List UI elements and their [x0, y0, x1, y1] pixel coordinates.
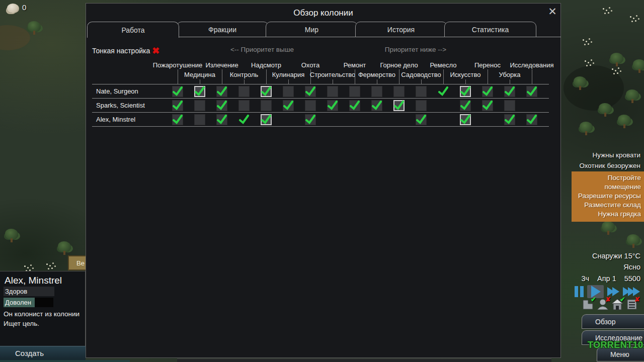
partially-hidden-button[interactable]: Ве — [68, 255, 87, 270]
work-checkbox-empty[interactable] — [327, 86, 338, 97]
work-checkbox-checked[interactable] — [438, 86, 449, 97]
pawn-row-name: Alex, Minstrel — [96, 116, 135, 123]
work-checkbox-empty[interactable] — [416, 100, 427, 111]
column-tick — [443, 69, 444, 84]
column-tick — [222, 69, 222, 84]
work-checkbox-checked[interactable] — [172, 100, 183, 111]
orders-toggle[interactable]: ✘ — [625, 298, 638, 311]
work-checkbox-checked[interactable] — [194, 86, 205, 97]
work-checkbox-checked[interactable] — [416, 114, 427, 125]
work-checkbox-checked[interactable] — [216, 86, 227, 97]
column-header: Контроль — [230, 71, 258, 78]
work-checkbox-empty[interactable] — [371, 86, 382, 97]
work-checkbox-checked[interactable] — [460, 86, 471, 97]
work-checkbox-checked[interactable] — [238, 114, 250, 125]
fine-tune-label: Тонкая настройка — [92, 47, 150, 55]
home-area-toggle[interactable]: ✔ — [611, 298, 624, 311]
row-separator — [92, 112, 549, 113]
work-checkbox-checked[interactable] — [261, 114, 272, 125]
fine-tune-toggle[interactable]: Тонкая настройка ✖ — [92, 45, 159, 56]
alert-box-message[interactable]: Постройте помещение — [572, 173, 641, 192]
work-checkbox-empty[interactable] — [305, 100, 316, 111]
pawn-description: Он колонист из колонииИщет цель. — [4, 309, 79, 328]
chunks-toggle[interactable]: ✔ — [582, 298, 595, 311]
check-badge-icon: ✔ — [591, 296, 596, 303]
close-icon[interactable]: ✕ — [546, 6, 558, 18]
x-badge-icon: ✘ — [634, 296, 640, 303]
map-tree — [602, 221, 615, 232]
tab-История[interactable]: История — [355, 22, 447, 37]
column-header: Фермерство — [358, 71, 395, 78]
pause-button[interactable] — [575, 286, 584, 297]
column-tick — [399, 69, 399, 84]
work-checkbox-checked[interactable] — [283, 100, 294, 111]
tab-Фракции[interactable]: Фракции — [177, 22, 269, 37]
tab-Работа[interactable]: Работа — [87, 22, 179, 38]
work-checkbox-checked[interactable] — [305, 114, 316, 125]
work-checkbox-checked[interactable] — [482, 100, 493, 111]
hour-readout: 3ч — [581, 275, 589, 283]
alert-box-message[interactable]: Нужна грядка — [572, 210, 641, 219]
work-checkbox-checked[interactable] — [172, 86, 183, 97]
menu-tab-Обзор[interactable]: Обзор — [582, 314, 644, 329]
work-checkbox-empty[interactable] — [504, 100, 515, 111]
work-checkbox-checked[interactable] — [526, 114, 537, 125]
alert-message[interactable]: Охотник безоружен — [579, 162, 640, 169]
map-flowers — [24, 265, 26, 267]
work-checkbox-checked[interactable] — [261, 86, 272, 97]
alert-stack-box[interactable]: Постройте помещениеРазрешите ресурсыРазм… — [572, 171, 644, 222]
column-header: Уборка — [499, 71, 520, 78]
colonist-toggle[interactable]: ✘ — [596, 298, 609, 311]
red-x-checkbox-icon[interactable]: ✖ — [152, 45, 159, 56]
pawn-row-name: Nate, Surgeon — [96, 87, 138, 95]
work-checkbox-checked[interactable] — [216, 114, 227, 125]
map-tree — [5, 229, 18, 240]
work-checkbox-checked[interactable] — [349, 100, 360, 111]
column-tick — [178, 69, 178, 84]
work-checkbox-checked[interactable] — [393, 100, 405, 111]
column-header: Излечение — [205, 61, 238, 69]
work-checkbox-checked[interactable] — [526, 86, 537, 97]
map-tree — [28, 21, 41, 32]
pawn-row-name: Sparks, Scientist — [96, 102, 145, 109]
column-header: Ремонт — [344, 61, 366, 69]
work-checkbox-empty[interactable] — [393, 86, 405, 97]
resource-count: 0 — [22, 3, 26, 12]
map-flowers — [612, 68, 613, 70]
work-checkbox-empty[interactable] — [238, 100, 250, 111]
work-checkbox-empty[interactable] — [416, 86, 427, 97]
work-checkbox-empty[interactable] — [349, 86, 360, 97]
work-checkbox-checked[interactable] — [305, 86, 316, 97]
map-edge-sliver — [0, 360, 130, 362]
work-checkbox-empty[interactable] — [283, 86, 294, 97]
tab-Мир[interactable]: Мир — [266, 22, 358, 37]
work-checkbox-checked[interactable] — [216, 100, 227, 111]
work-checkbox-checked[interactable] — [482, 86, 493, 97]
alert-box-message[interactable]: Разрешите ресурсы — [572, 192, 641, 201]
work-checkbox-empty[interactable] — [261, 100, 272, 111]
work-checkbox-checked[interactable] — [504, 86, 515, 97]
work-checkbox-empty[interactable] — [194, 114, 205, 125]
alert-box-message[interactable]: Разместите склад — [572, 201, 641, 210]
alert-message[interactable]: Нужны кровати — [593, 151, 640, 159]
column-tick — [200, 79, 200, 84]
colony-overview-dialog: Обзор колонии ✕ РаботаФракцииМирИсторияС… — [86, 3, 561, 358]
fastest-speed-button[interactable] — [623, 287, 640, 296]
work-checkbox-checked[interactable] — [172, 114, 183, 125]
column-header: Исследования — [510, 61, 553, 69]
map-tree — [626, 89, 639, 101]
work-checkbox-checked[interactable] — [460, 114, 471, 125]
fast-speed-button[interactable] — [607, 287, 619, 296]
create-button[interactable]: Создать — [0, 346, 86, 360]
column-tick — [244, 79, 245, 84]
work-checkbox-empty[interactable] — [194, 100, 205, 111]
work-checkbox-checked[interactable] — [327, 100, 338, 111]
work-checkbox-checked[interactable] — [371, 100, 382, 111]
tab-Статистика[interactable]: Статистика — [444, 22, 536, 37]
row-separator — [92, 126, 549, 127]
column-header: Охота — [301, 61, 319, 69]
map-shadow-patch — [564, 65, 624, 111]
work-checkbox-checked[interactable] — [460, 100, 471, 111]
work-checkbox-checked[interactable] — [504, 114, 515, 125]
work-checkbox-empty[interactable] — [238, 86, 250, 97]
